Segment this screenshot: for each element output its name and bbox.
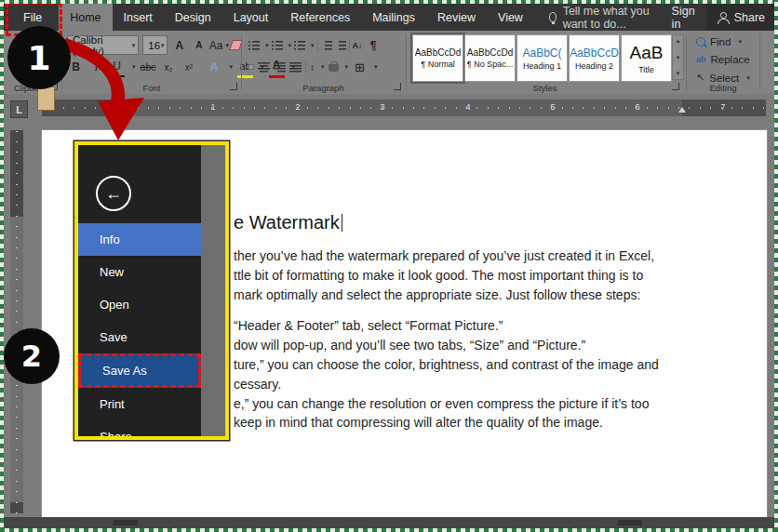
group-divider	[686, 34, 687, 90]
back-button[interactable]: ←	[96, 176, 131, 211]
chevron-down-icon: ▾	[345, 63, 349, 71]
chevron-down-icon: ▾	[746, 74, 750, 82]
style-heading1[interactable]: AaBbC( Heading 1	[516, 34, 568, 82]
share-button[interactable]: Share	[706, 4, 774, 31]
document-text[interactable]: e Watermark ther you’ve had the watermar…	[234, 212, 680, 432]
style-heading2[interactable]: AaBbCcD Heading 2	[569, 34, 620, 82]
tab-layout[interactable]: Layout	[222, 4, 280, 31]
replace-label: Replace	[711, 54, 750, 65]
text-cursor	[342, 214, 342, 232]
scroll-down-icon[interactable]: ▾	[677, 54, 680, 61]
style-title[interactable]: AaB Title	[621, 34, 672, 82]
scroll-up-icon[interactable]: ▴	[677, 37, 680, 45]
style-name: ¶ Normal	[421, 60, 454, 69]
find-button[interactable]: Find ▾	[696, 36, 742, 47]
align-right-icon[interactable]	[274, 62, 286, 73]
bullets-icon[interactable]	[248, 41, 260, 50]
change-case-button[interactable]: Aa▾	[210, 35, 227, 55]
chevron-down-icon: ▾	[161, 42, 165, 49]
menu-item-open[interactable]: Open	[78, 288, 201, 321]
menu-item-share[interactable]: Share	[78, 420, 201, 436]
text-effects-button[interactable]: A	[207, 58, 222, 76]
menu-item-info[interactable]: Info	[78, 223, 201, 256]
group-divider	[759, 34, 760, 90]
style-preview: AaBbCcD	[570, 47, 619, 60]
shading-icon[interactable]	[329, 64, 339, 72]
font-dialog-launcher[interactable]	[230, 83, 237, 90]
subscript-button[interactable]: x₂	[161, 58, 177, 76]
tab-view[interactable]: View	[487, 4, 534, 31]
ruler-number: 2	[292, 102, 303, 112]
sign-in-button[interactable]: Sign in	[661, 4, 706, 31]
ruler-number: 1	[208, 102, 219, 112]
replace-icon: ab	[696, 55, 706, 64]
style-name: Title	[638, 65, 654, 74]
styles-dialog-launcher[interactable]	[672, 83, 679, 90]
tab-insert[interactable]: Insert	[113, 4, 164, 31]
style-preview: AaBbCcDd	[467, 47, 513, 58]
tab-review[interactable]: Review	[426, 4, 487, 31]
status-bar	[4, 517, 774, 528]
tab-design[interactable]: Design	[164, 4, 222, 31]
menu-item-save[interactable]: Save	[78, 321, 201, 353]
vertical-ruler[interactable]	[10, 130, 23, 513]
change-case-label: Aa	[209, 39, 223, 52]
selection-border-left	[0, 0, 4, 532]
chevron-down-icon: ▾	[230, 63, 234, 71]
styles-group-label: Styles	[407, 83, 683, 93]
right-indent-marker[interactable]	[678, 107, 686, 113]
chevron-down-icon: ▾	[226, 42, 230, 49]
paragraph-line: ttle bit of formatting to make it look g…	[234, 266, 680, 286]
ruler-number: 5	[547, 102, 558, 112]
align-center-icon[interactable]	[258, 62, 270, 73]
shrink-font-button[interactable]: A	[191, 35, 207, 55]
paragraph-line: ther you’ve had the watermark prepared o…	[234, 246, 680, 266]
borders-icon[interactable]: ⊞	[352, 58, 368, 76]
menu-item-save-as[interactable]: Save As	[78, 353, 201, 388]
numbering-icon[interactable]	[272, 41, 283, 50]
back-arrow-icon: ←	[105, 184, 122, 204]
menu-item-new[interactable]: New	[78, 256, 201, 288]
style-no-spacing[interactable]: AaBbCcDd ¶ No Spac...	[464, 34, 516, 82]
decrease-indent-icon[interactable]	[321, 41, 332, 50]
superscript-button[interactable]: x²	[181, 58, 197, 76]
paragraph-line: keep in mind that compressing will alter…	[234, 413, 680, 432]
grow-font-button[interactable]: A	[171, 35, 187, 55]
tab-references[interactable]: References	[279, 4, 361, 31]
tell-me-box[interactable]: Tell me what you want to do...	[549, 4, 661, 31]
align-left-button[interactable]	[248, 64, 254, 70]
style-preview: AaB	[630, 43, 664, 63]
paragraph-line: cessary.	[234, 375, 680, 394]
selection-border-right	[774, 0, 778, 532]
replace-button[interactable]: ab Replace	[696, 54, 750, 65]
line-spacing-icon[interactable]: ↕	[310, 62, 315, 73]
ribbon-tab-bar: File Home Insert Design Layout Reference…	[4, 4, 774, 31]
increase-indent-icon[interactable]	[335, 41, 346, 50]
paragraph-group-label: Paragraph	[242, 83, 405, 93]
justify-icon[interactable]	[289, 62, 302, 73]
sort-icon[interactable]: A↓	[353, 41, 363, 50]
search-icon	[696, 37, 705, 47]
multilevel-list-icon[interactable]	[294, 41, 305, 50]
tab-mailings[interactable]: Mailings	[361, 4, 426, 31]
status-bar-segment	[618, 520, 642, 525]
paragraph-line: ture,” you can choose the color, brightn…	[234, 355, 680, 375]
paragraph-line: dow will pop-up, and you’ll see two tabs…	[234, 336, 680, 355]
divider	[317, 39, 318, 52]
ruler-number: 3	[377, 102, 388, 112]
style-normal[interactable]: AaBbCcDd ¶ Normal	[412, 34, 463, 82]
tab-home[interactable]: Home	[59, 4, 112, 31]
paragraph-dialog-launcher[interactable]	[394, 83, 401, 90]
gallery-expand-icon[interactable]: ▾	[677, 70, 680, 77]
style-preview: AaBbC(	[522, 47, 561, 60]
paragraph-group: ▾ ▾ ▾ A↓ ¶ ↕▾ ▾ ⊞▾ Paragraph	[242, 31, 405, 94]
show-hide-pilcrow-button[interactable]: ¶	[366, 35, 382, 55]
paragraph-line: “Header & Footer” tab, select “Format Pi…	[234, 316, 680, 336]
styles-gallery-scroll[interactable]: ▴ ▾ ▾	[672, 34, 684, 80]
menu-item-print[interactable]: Print	[78, 388, 201, 420]
editing-group-label: Editing	[689, 83, 758, 93]
chevron-down-icon: ▾	[374, 63, 378, 71]
tab-stop-selector[interactable]: L	[10, 100, 28, 118]
selection-border-bottom	[0, 528, 778, 532]
vruler-ticks	[16, 130, 18, 513]
